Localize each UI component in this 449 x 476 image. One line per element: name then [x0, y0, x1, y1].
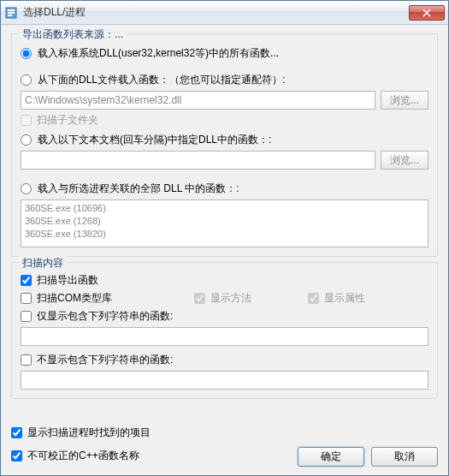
close-button[interactable]	[409, 5, 445, 21]
not-contains-input[interactable]	[21, 371, 428, 390]
scan-subfolders-checkbox[interactable]	[21, 115, 32, 126]
show-props-label: 显示属性	[324, 291, 365, 306]
process-listbox[interactable]: 360SE.exe (10696) 360SE.exe (1268) 360SE…	[21, 199, 428, 247]
scan-subfolders-label: 扫描子文件夹	[37, 113, 98, 128]
scan-com-row: 扫描COM类型库 显示方法 显示属性	[21, 291, 428, 306]
svg-rect-1	[8, 9, 15, 11]
content-area: 导出函数列表来源：... 载入标准系统DLL(user32,kernel32等)…	[1, 25, 448, 419]
only-contains-row: 仅显示包含下列字符串的函数:	[21, 309, 428, 324]
browse-text-button[interactable]: 浏览...	[381, 151, 428, 170]
show-methods-label: 显示方法	[210, 291, 251, 306]
app-icon	[4, 6, 18, 20]
radio-process-row: 载入与所选进程关联的全部 DLL 中的函数：:	[21, 181, 428, 196]
group-scan: 扫描内容 扫描导出函数 扫描COM类型库 显示方法 显示属性 仅显示包含下列字符…	[11, 262, 438, 399]
group-scan-legend: 扫描内容	[19, 256, 67, 271]
only-contains-input[interactable]	[21, 327, 428, 346]
cancel-button[interactable]: 取消	[371, 447, 438, 467]
svg-rect-3	[8, 15, 12, 16]
titlebar: 选择DLL/进程	[1, 1, 448, 25]
window-title: 选择DLL/进程	[23, 5, 409, 20]
text-path-row: 浏览...	[21, 151, 428, 170]
show-while-scan-label[interactable]: 显示扫描进程时找到的项目	[27, 425, 151, 440]
text-path-input[interactable]	[21, 151, 375, 170]
uncorrectable-cpp-label[interactable]: 不可校正的C++函数名称	[27, 449, 139, 463]
scan-exports-row: 扫描导出函数	[21, 273, 428, 288]
list-item[interactable]: 360SE.exe (13820)	[25, 228, 424, 241]
radio-system[interactable]	[21, 48, 32, 59]
radio-file-label[interactable]: 从下面的DLL文件载入函数：（您也可以指定通配符）:	[38, 73, 285, 87]
scan-subfolders-row: 扫描子文件夹	[21, 113, 428, 128]
bottom-checks: 显示扫描进程时找到的项目 不可校正的C++函数名称	[11, 422, 291, 467]
radio-file[interactable]	[21, 74, 32, 86]
file-path-row: 浏览...	[21, 91, 428, 110]
list-item[interactable]: 360SE.exe (10696)	[25, 202, 424, 215]
svg-rect-2	[8, 12, 15, 14]
group-source-legend: 导出函数列表来源：...	[19, 27, 127, 42]
scan-exports-checkbox[interactable]	[21, 275, 32, 286]
scan-com-label[interactable]: 扫描COM类型库	[37, 291, 112, 306]
radio-text-label[interactable]: 载入以下文本文档(回车分隔)中指定DLL中的函数：:	[38, 133, 271, 147]
file-path-input[interactable]	[21, 91, 375, 110]
only-contains-checkbox[interactable]	[21, 311, 32, 322]
dialog-window: 选择DLL/进程 导出函数列表来源：... 载入标准系统DLL(user32,k…	[0, 0, 449, 476]
show-while-scan-checkbox[interactable]	[11, 427, 22, 438]
not-contains-label[interactable]: 不显示包含下列字符串的函数:	[37, 353, 173, 367]
show-props-checkbox[interactable]	[308, 293, 319, 304]
not-contains-checkbox[interactable]	[21, 354, 32, 366]
radio-process-label[interactable]: 载入与所选进程关联的全部 DLL 中的函数：:	[38, 181, 239, 196]
uncorrectable-cpp-row: 不可校正的C++函数名称	[11, 449, 291, 463]
scan-com-checkbox[interactable]	[21, 293, 32, 304]
radio-text[interactable]	[21, 134, 32, 146]
scan-exports-label[interactable]: 扫描导出函数	[37, 273, 98, 288]
uncorrectable-cpp-checkbox[interactable]	[11, 450, 22, 461]
radio-system-row: 载入标准系统DLL(user32,kernel32等)中的所有函数...	[21, 46, 428, 61]
browse-file-button[interactable]: 浏览...	[381, 91, 428, 110]
radio-system-label[interactable]: 载入标准系统DLL(user32,kernel32等)中的所有函数...	[38, 46, 279, 61]
bottom-bar: 显示扫描进程时找到的项目 不可校正的C++函数名称 确定 取消	[1, 419, 448, 475]
group-source: 导出函数列表来源：... 载入标准系统DLL(user32,kernel32等)…	[11, 33, 438, 257]
ok-button[interactable]: 确定	[298, 447, 364, 467]
show-while-scan-row: 显示扫描进程时找到的项目	[11, 425, 291, 440]
show-methods-checkbox[interactable]	[194, 293, 205, 304]
radio-process[interactable]	[21, 183, 32, 194]
not-contains-row: 不显示包含下列字符串的函数:	[21, 353, 428, 367]
list-item[interactable]: 360SE.exe (1268)	[25, 215, 424, 228]
radio-file-row: 从下面的DLL文件载入函数：（您也可以指定通配符）:	[21, 73, 428, 87]
only-contains-label[interactable]: 仅显示包含下列字符串的函数:	[37, 309, 173, 324]
radio-text-row: 载入以下文本文档(回车分隔)中指定DLL中的函数：:	[21, 133, 428, 147]
